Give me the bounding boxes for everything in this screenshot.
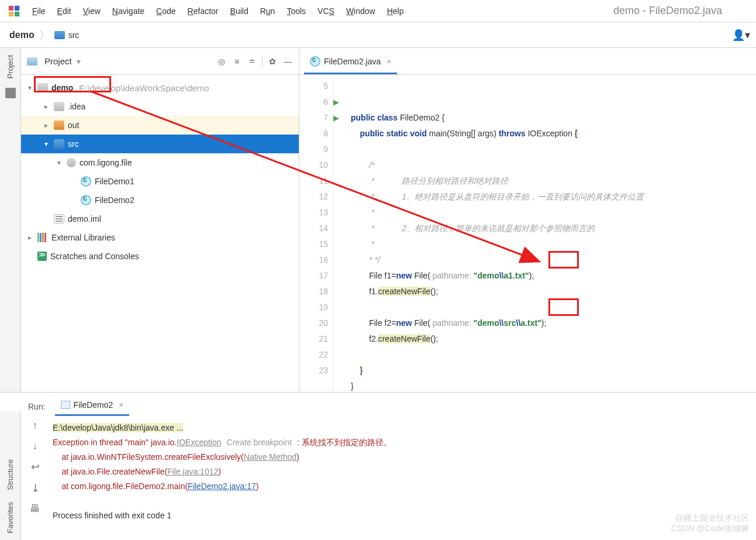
print-icon[interactable]: 🖶 [30, 503, 40, 515]
breadcrumb-bar: demo 〉 src 👤▾ [0, 22, 756, 48]
tree-external-libs[interactable]: ▸External Libraries [21, 228, 299, 247]
user-menu-button[interactable]: 👤▾ [732, 29, 750, 42]
application-icon [61, 401, 70, 409]
code-content[interactable]: public class FileDemo2 { public static v… [345, 75, 650, 392]
soft-wrap-icon[interactable]: ↩ [31, 460, 40, 473]
code-area[interactable]: 567891011121314151617181920212223 ▶ ▶ pu… [299, 75, 756, 392]
rail-project-tab[interactable]: Project [6, 53, 15, 81]
folder-icon [54, 102, 64, 111]
close-run-tab-icon[interactable]: × [119, 400, 123, 410]
file-icon [54, 214, 64, 223]
annotation-box-3 [548, 298, 579, 316]
menu-run[interactable]: Run [254, 4, 281, 19]
run-label: Run: [28, 402, 46, 416]
tree-package[interactable]: ▾com.ligong.file [21, 153, 299, 172]
tree-root-demo[interactable]: ▾ demo E:\develop\ideaWorkSpace\demo [21, 78, 299, 97]
run-main-icon[interactable]: ▶ [333, 110, 345, 126]
run-toolbar-2: ↑ ↓ ↩ ⤓ 🖶 [23, 416, 47, 540]
menu-view[interactable]: View [77, 4, 106, 19]
settings-icon[interactable]: ✿ [267, 56, 278, 67]
package-icon [67, 158, 76, 167]
editor-tab[interactable]: FileDemo2.java × [304, 51, 397, 74]
menu-vcs[interactable]: VCS [312, 4, 340, 19]
menu-help[interactable]: Help [381, 4, 410, 19]
line-gutter[interactable]: 567891011121314151617181920212223 [299, 75, 333, 392]
menu-refactor[interactable]: Refactor [182, 4, 225, 19]
tree-src[interactable]: ▾src [21, 135, 299, 153]
run-gutter: ▶ ▶ [333, 75, 345, 392]
menu-build[interactable]: Build [225, 4, 254, 19]
annotation-box-2 [548, 251, 579, 269]
breadcrumb-sep-icon: 〉 [39, 28, 50, 42]
tree-file-demo2[interactable]: FileDemo2 [21, 191, 299, 209]
rail-structure-tab[interactable]: Structure [6, 457, 15, 493]
collapse-all-icon[interactable]: ≐ [247, 56, 257, 67]
down-arrow-icon[interactable]: ↓ [33, 440, 38, 452]
menu-code[interactable]: Code [150, 4, 181, 19]
project-panel-header: Project ▾ ◎ ≡ ≐ ✿ — [21, 48, 299, 75]
main-area: Project Project ▾ ◎ ≡ ≐ ✿ — ▾ demo E:\de… [0, 48, 756, 392]
left-tool-rail-bottom: Favorites Structure [0, 411, 21, 540]
java-class-icon [310, 56, 320, 67]
svg-rect-0 [9, 5, 13, 10]
java-class-icon [81, 176, 91, 187]
dropdown-icon[interactable]: ▾ [77, 57, 81, 66]
run-class-icon[interactable]: ▶ [333, 94, 345, 110]
breadcrumb-src[interactable]: src [51, 29, 83, 41]
exception-link[interactable]: IOException [177, 438, 221, 447]
project-panel: Project ▾ ◎ ≡ ≐ ✿ — ▾ demo E:\develop\id… [21, 48, 299, 392]
tree-out[interactable]: ▸out [21, 116, 299, 135]
rail-favorites-tab[interactable]: Favorites [6, 500, 15, 535]
scratch-icon [37, 252, 47, 261]
run-panel-header: Run: FileDemo2 × [0, 393, 756, 416]
expand-all-icon[interactable]: ≡ [232, 56, 242, 67]
console-output[interactable]: E:\develop\Java\jdk8\bin\java.exe ... Ex… [47, 416, 756, 540]
module-icon [37, 83, 48, 92]
run-tab[interactable]: FileDemo2 × [55, 395, 130, 416]
tree-file-demo1[interactable]: FileDemo1 [21, 172, 299, 191]
source-folder-icon [54, 139, 64, 149]
tree-idea[interactable]: ▸.idea [21, 97, 299, 116]
tree-iml[interactable]: demo.iml [21, 209, 299, 228]
menu-bar: File Edit View Navigate Code Refactor Bu… [0, 0, 756, 22]
run-tab-label: FileDemo2 [74, 400, 113, 410]
stack-link-3[interactable]: FileDemo2.java:17 [188, 481, 256, 491]
left-tool-rail: Project [0, 48, 21, 392]
run-panel: Run: FileDemo2 × ▶ 🔧 ■ 📷 ↑ ↓ ↩ ⤓ 🖶 E:\de… [0, 392, 756, 540]
menu-tools[interactable]: Tools [281, 4, 312, 19]
stack-link-1[interactable]: Native Method [244, 452, 296, 462]
java-class-icon [81, 195, 91, 205]
menu-window[interactable]: Window [340, 4, 381, 19]
rail-project-icon[interactable] [5, 88, 16, 98]
menu-navigate[interactable]: Navigate [106, 4, 150, 19]
window-title: demo - FileDemo2.java [613, 5, 722, 17]
locate-icon[interactable]: ◎ [216, 56, 227, 67]
menu-file[interactable]: File [26, 4, 51, 19]
up-arrow-icon[interactable]: ↑ [33, 419, 38, 432]
scroll-end-icon[interactable]: ⤓ [31, 481, 40, 494]
project-panel-title[interactable]: Project [44, 56, 72, 66]
folder-icon [54, 121, 64, 130]
editor-tab-label: FileDemo2.java [324, 57, 381, 66]
app-logo-icon [8, 5, 20, 18]
stack-link-2[interactable]: File.java:1012 [167, 467, 218, 476]
tree-scratches[interactable]: Scratches and Consoles [21, 247, 299, 266]
editor: FileDemo2.java × 56789101112131415161718… [299, 48, 756, 392]
hide-panel-icon[interactable]: — [282, 56, 293, 67]
menu-edit[interactable]: Edit [51, 4, 77, 19]
editor-tabbar: FileDemo2.java × [299, 48, 756, 75]
folder-icon [54, 31, 65, 39]
breadcrumb-root[interactable]: demo [6, 29, 38, 42]
library-icon [37, 233, 48, 242]
svg-rect-1 [15, 5, 19, 10]
project-tree: ▾ demo E:\develop\ideaWorkSpace\demo ▸.i… [21, 75, 299, 392]
svg-rect-3 [15, 11, 19, 16]
svg-rect-2 [9, 11, 13, 16]
run-body: ▶ 🔧 ■ 📷 ↑ ↓ ↩ ⤓ 🖶 E:\develop\Java\jdk8\b… [0, 416, 756, 540]
project-view-icon [27, 57, 37, 66]
close-tab-icon[interactable]: × [386, 57, 391, 66]
exec-line: E:\develop\Java\jdk8\bin\java.exe ... [53, 423, 183, 432]
